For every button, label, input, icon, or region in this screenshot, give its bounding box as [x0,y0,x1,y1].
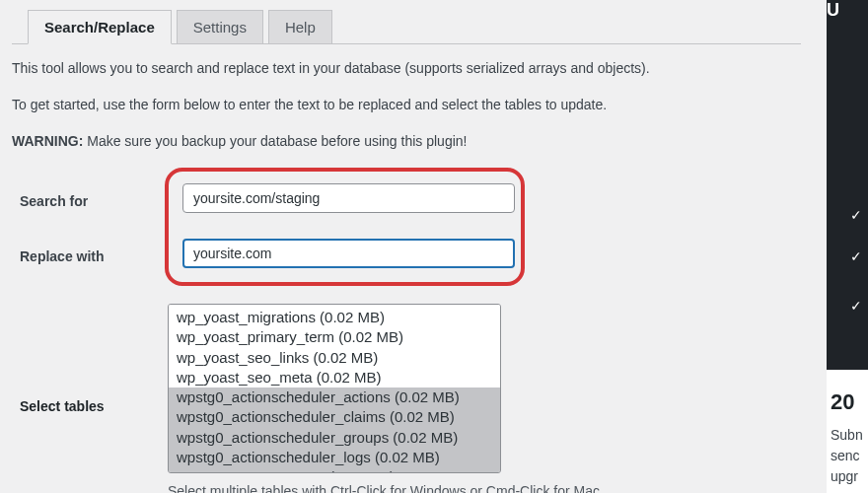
label-replace-with: Replace with [12,209,165,264]
intro-p2: To get started, use the form below to en… [12,95,801,115]
main-content: Search/Replace Settings Help This tool a… [0,0,819,493]
sidebar-dark: U ✓ ✓ ✓ [827,0,868,370]
tables-select[interactable]: wp_yoast_migrations (0.02 MB)wp_yoast_pr… [168,304,501,473]
table-option[interactable]: wpstg0_actionscheduler_claims (0.02 MB) [169,407,500,427]
label-search-for: Search for [12,168,165,209]
tab-bar: Search/Replace Settings Help [12,10,801,44]
table-option[interactable]: wpstg0_actionscheduler_actions (0.02 MB) [169,387,500,407]
table-option[interactable]: wpstg0_commentmeta (0.02 MB) [169,467,500,473]
intro-text: This tool allows you to search and repla… [12,58,801,152]
table-option[interactable]: wpstg0_actionscheduler_groups (0.02 MB) [169,428,500,448]
tab-search-replace[interactable]: Search/Replace [28,10,172,44]
tables-hint: Select multiple tables with Ctrl-Click f… [168,483,801,493]
table-option[interactable]: wp_yoast_seo_links (0.02 MB) [169,348,500,368]
highlight-box [165,168,525,286]
table-option[interactable]: wpstg0_actionscheduler_logs (0.02 MB) [169,448,500,467]
sidebar-light: 20 Subn senc upgr [827,370,868,493]
tables-row: Select tables wp_yoast_migrations (0.02 … [12,304,801,473]
sidebar-heading-fragment: U [827,0,868,21]
search-input[interactable] [182,183,515,213]
intro-warning: WARNING: Make sure you backup your datab… [12,131,801,152]
replace-input[interactable] [182,239,515,268]
promo-text: Subn senc upgr [831,425,868,487]
check-icon: ✓ [850,207,862,223]
table-option[interactable]: wp_yoast_migrations (0.02 MB) [169,308,500,327]
promo-title: 20 [831,389,868,415]
warning-label: WARNING: [12,133,83,149]
table-option[interactable]: wp_yoast_primary_term (0.02 MB) [169,327,500,347]
intro-p1: This tool allows you to search and repla… [12,58,801,79]
table-option[interactable]: wp_yoast_seo_meta (0.02 MB) [169,368,500,387]
sidebar-promo: U ✓ ✓ ✓ 20 Subn senc upgr [827,0,868,493]
label-select-tables: Select tables [12,304,168,414]
tab-help[interactable]: Help [268,10,332,44]
warning-text: Make sure you backup your database befor… [83,133,467,149]
check-icon: ✓ [850,248,862,264]
tab-settings[interactable]: Settings [177,10,263,44]
check-icon: ✓ [850,298,862,314]
